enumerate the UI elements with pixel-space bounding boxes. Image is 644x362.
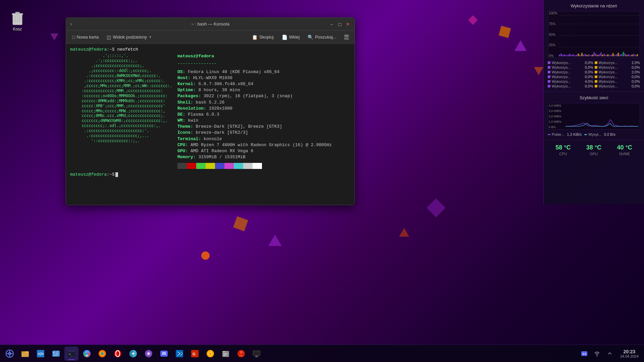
svg-rect-41 bbox=[619, 55, 621, 56]
git-button[interactable]: G bbox=[188, 347, 202, 361]
discord-button[interactable] bbox=[157, 347, 171, 361]
vscode2-button[interactable] bbox=[172, 347, 186, 361]
svg-rect-42 bbox=[621, 54, 622, 56]
redapp-icon bbox=[237, 349, 246, 358]
svg-text:G: G bbox=[193, 352, 196, 356]
chrome-button[interactable] bbox=[80, 347, 94, 361]
cpu-legend: Wykorzys... 0,0% Wykorzys... 2,0% Wykorz… bbox=[548, 61, 640, 88]
network-tray-icon[interactable] bbox=[592, 349, 602, 359]
terminal-content[interactable]: mateusz@fedora:~$ neofetch .';:::::,'. .… bbox=[66, 44, 355, 205]
svg-point-79 bbox=[148, 353, 150, 355]
svg-rect-55 bbox=[21, 351, 25, 353]
firefox-button[interactable] bbox=[95, 347, 109, 361]
cpu-core-11: Wykorzys... 0,0% bbox=[548, 84, 593, 88]
yellow-app-button[interactable] bbox=[203, 347, 217, 361]
svg-rect-101 bbox=[255, 357, 259, 357]
swatch-7 bbox=[243, 163, 253, 169]
terminal-taskbar-icon: >_ bbox=[67, 349, 76, 358]
svg-point-90 bbox=[209, 353, 211, 355]
cpu-core-10: Wykorzys... 0,0% bbox=[595, 79, 640, 83]
svg-rect-37 bbox=[612, 53, 614, 56]
cpu-core-7: Wykorzys... 0,0% bbox=[548, 75, 593, 79]
new-tab-button[interactable]: □ Nowa karta bbox=[69, 33, 102, 41]
svg-rect-32 bbox=[604, 54, 605, 56]
dolphin-icon bbox=[52, 349, 60, 358]
svg-text:>_: >_ bbox=[69, 352, 73, 356]
discord-tray-icon[interactable] bbox=[579, 349, 589, 359]
falkon-button[interactable] bbox=[126, 347, 140, 361]
svg-point-104 bbox=[585, 353, 586, 355]
terminal-toolbar: □ Nowa karta ◫ Widok podzielony ▼ 📋 Skop… bbox=[66, 31, 355, 44]
svg-rect-31 bbox=[602, 55, 603, 56]
display-button[interactable] bbox=[250, 347, 264, 361]
svg-point-73 bbox=[114, 350, 121, 357]
deco-shape bbox=[268, 235, 282, 246]
close-button[interactable]: ✕ bbox=[345, 21, 351, 27]
copy-button[interactable]: 📋 Skopiuj bbox=[249, 33, 277, 41]
file-manager-button[interactable] bbox=[18, 347, 32, 361]
color-swatches bbox=[177, 163, 351, 169]
menu-button[interactable]: ☰ bbox=[341, 32, 352, 42]
tray-expand-button[interactable] bbox=[605, 349, 615, 359]
titlebar-controls: – ◻ ✕ bbox=[329, 21, 351, 27]
svg-rect-92 bbox=[222, 351, 226, 352]
svg-point-103 bbox=[583, 353, 584, 355]
dolphin-button[interactable] bbox=[49, 347, 63, 361]
search-button[interactable]: 🔍 Poszukaj... bbox=[304, 33, 340, 41]
svg-rect-93 bbox=[223, 353, 228, 354]
temperature-section: 58 °C CPU 38 °C GPU 40 °C NVME bbox=[544, 140, 644, 160]
svg-rect-10 bbox=[566, 55, 567, 56]
yellow-app-icon bbox=[206, 349, 215, 358]
cpu-core-5: Wykorzys... 0,0% bbox=[548, 70, 593, 74]
redapp-button[interactable] bbox=[234, 347, 248, 361]
svg-point-105 bbox=[596, 355, 597, 356]
svg-rect-49 bbox=[633, 54, 635, 56]
svg-rect-33 bbox=[605, 55, 607, 56]
svg-rect-47 bbox=[630, 55, 631, 56]
swatch-1 bbox=[187, 163, 196, 169]
svg-rect-99 bbox=[253, 351, 260, 355]
swatch-8 bbox=[253, 163, 262, 169]
taskbar-clock[interactable]: 20:23 24.04.2024 bbox=[618, 348, 641, 360]
split-view-icon: ◫ bbox=[107, 35, 111, 40]
prompt-symbol: :~$ bbox=[107, 172, 114, 178]
system-panel: Wykorzystanie na rdzeń 100% 75% 50% 25% … bbox=[543, 0, 644, 204]
deco-shape bbox=[201, 251, 210, 260]
maximize-button[interactable]: ◻ bbox=[337, 21, 342, 27]
prompt-user: mateusz@fedora bbox=[70, 47, 107, 52]
opera-button[interactable] bbox=[111, 347, 125, 361]
svg-rect-40 bbox=[618, 53, 619, 56]
cpu-core-9: Wykorzys... 4,0% bbox=[548, 79, 593, 83]
terminal-menu-icon[interactable]: › bbox=[70, 20, 72, 27]
files-button[interactable] bbox=[219, 347, 233, 361]
network-legend: Pobie... 1,3 KiB/s Wysył... 0,0 B/s bbox=[548, 132, 640, 136]
command-line: mateusz@fedora:~$ neofetch bbox=[70, 47, 351, 53]
paste-button[interactable]: 📄 Wklej bbox=[278, 33, 303, 41]
neofetch-info: mateusz@fedora --------------- OS: Fedor… bbox=[177, 53, 351, 169]
opera-icon bbox=[113, 349, 122, 358]
terminal-button[interactable]: >_ bbox=[64, 347, 78, 361]
vscode-icon: </> bbox=[36, 349, 45, 358]
neofetch-username: mateusz@fedora bbox=[177, 54, 214, 59]
kdeconnect-button[interactable] bbox=[142, 347, 156, 361]
minimize-button[interactable]: – bbox=[329, 21, 334, 27]
deco-shape bbox=[233, 216, 248, 231]
neofetch-output: .';:::::,'. .';:cccccccccc:;,. .;ccccccc… bbox=[70, 53, 351, 169]
terminal-title: ~ : bash — Konsola bbox=[191, 21, 229, 26]
taskbar-left: </> >_ bbox=[3, 347, 264, 361]
svg-rect-39 bbox=[616, 54, 617, 56]
git-icon: G bbox=[191, 349, 199, 358]
trash-desktop-icon[interactable]: Kosz bbox=[7, 7, 28, 34]
prompt-user-2: mateusz@fedora bbox=[70, 172, 107, 178]
cpu-core-2: Wykorzys... 2,0% bbox=[595, 61, 640, 65]
split-view-button[interactable]: ◫ Widok podzielony ▼ bbox=[103, 33, 155, 41]
plasma-menu-button[interactable] bbox=[3, 347, 17, 361]
svg-rect-45 bbox=[626, 55, 628, 56]
trash-label: Kosz bbox=[13, 27, 22, 32]
svg-rect-6 bbox=[559, 55, 560, 56]
svg-rect-59 bbox=[53, 352, 55, 353]
svg-rect-62 bbox=[53, 354, 59, 355]
firefox-icon bbox=[98, 349, 107, 358]
svg-point-82 bbox=[164, 353, 166, 354]
vscode-button[interactable]: </> bbox=[34, 347, 48, 361]
